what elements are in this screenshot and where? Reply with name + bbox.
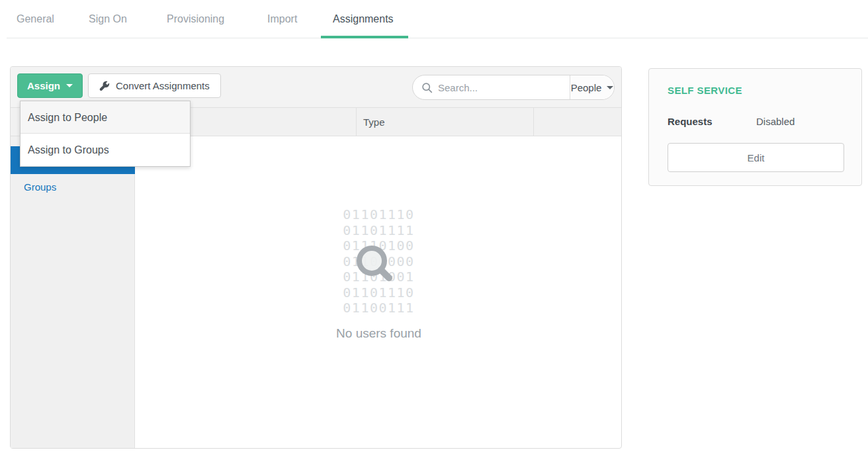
tab-provisioning[interactable]: Provisioning [167,13,224,25]
sidebar-item-groups[interactable]: Groups [11,174,135,201]
search-scope-label: People [571,82,602,93]
search-icon [421,82,433,93]
caret-down-icon [607,86,613,89]
convert-assignments-button[interactable]: Convert Assignments [88,73,221,98]
assignments-filter-sidebar: Groups [11,136,135,448]
tab-import[interactable]: Import [267,13,297,25]
menu-item-assign-to-groups[interactable]: Assign to Groups [21,134,190,166]
convert-assignments-label: Convert Assignments [116,80,210,91]
column-divider [533,108,534,136]
requests-value: Disabled [756,116,795,127]
self-service-panel: SELF SERVICE Requests Disabled Edit [648,68,862,186]
requests-label: Requests [668,116,713,127]
binary-row: 01101110 [135,285,623,301]
tab-assignments[interactable]: Assignments [333,13,394,25]
search-control: People [412,75,615,100]
binary-row: 01101111 [135,223,623,239]
menu-item-assign-to-people[interactable]: Assign to People [21,101,190,134]
assign-dropdown-menu: Assign to People Assign to Groups [20,101,191,167]
binary-row: 01100111 [135,300,623,316]
wrench-icon [99,81,110,91]
assign-button[interactable]: Assign [17,73,83,98]
edit-button-label: Edit [748,152,765,163]
search-segment [413,75,570,99]
magnifier-icon [355,244,394,285]
edit-button[interactable]: Edit [668,143,844,172]
tabbar-divider [7,38,868,38]
tab-sign-on[interactable]: Sign On [89,13,127,25]
empty-state-message: No users found [135,326,623,341]
type-column-header: Type [363,108,385,136]
assign-button-label: Assign [27,80,60,91]
active-tab-underline [321,36,408,38]
column-divider [356,108,357,136]
self-service-title: SELF SERVICE [668,85,742,96]
search-input[interactable] [438,82,570,93]
binary-row: 01101110 [135,207,623,223]
tab-general[interactable]: General [17,13,54,25]
search-scope-dropdown[interactable]: People [570,75,614,99]
caret-down-icon [66,84,73,87]
